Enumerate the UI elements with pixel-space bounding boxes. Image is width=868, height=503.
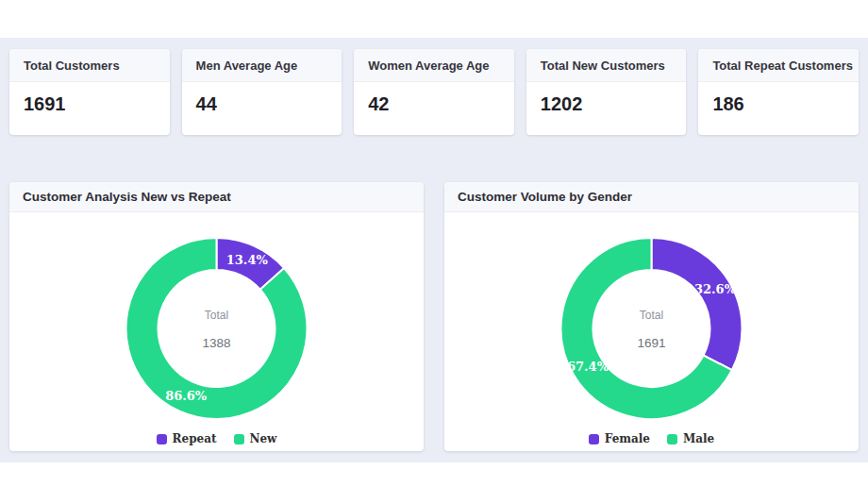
stat-card-label: Total Customers bbox=[9, 49, 170, 82]
donut-slice-female[interactable] bbox=[652, 238, 743, 370]
chart-legend: FemaleMale bbox=[444, 425, 859, 451]
legend-item-new[interactable]: New bbox=[234, 432, 277, 445]
top-whitespace bbox=[0, 0, 868, 38]
stat-card-value: 44 bbox=[182, 82, 342, 126]
legend-label: New bbox=[250, 432, 277, 445]
stat-card-label: Total New Customers bbox=[526, 49, 687, 82]
donut-center-label: Total bbox=[640, 309, 663, 322]
stat-card-total-customers: Total Customers 1691 bbox=[9, 49, 170, 135]
chart-legend: RepeatNew bbox=[9, 425, 424, 451]
slice-percent-label: 67.4% bbox=[567, 360, 609, 374]
stat-card-value: 186 bbox=[698, 82, 859, 126]
legend-swatch-icon bbox=[667, 434, 677, 444]
stat-card-row: Total Customers 1691 Men Average Age 44 … bbox=[9, 49, 859, 135]
stat-card-total-new-customers: Total New Customers 1202 bbox=[526, 49, 687, 135]
legend-label: Female bbox=[605, 432, 650, 445]
chart-row: Customer Analysis New vs Repeat 13.4%86.… bbox=[9, 182, 859, 451]
stat-card-total-repeat-customers: Total Repeat Customers 186 bbox=[698, 49, 859, 135]
dashboard: Total Customers 1691 Men Average Age 44 … bbox=[0, 38, 868, 462]
chart-area: 32.6%67.4%Total1691 FemaleMale bbox=[444, 212, 859, 451]
stat-card-men-average-age: Men Average Age 44 bbox=[182, 49, 342, 135]
donut-chart-new-vs-repeat: 13.4%86.6%Total1388 bbox=[9, 212, 424, 425]
legend-label: Male bbox=[683, 432, 714, 445]
stat-card-label: Women Average Age bbox=[354, 49, 514, 82]
slice-percent-label: 13.4% bbox=[226, 253, 269, 267]
stat-card-women-average-age: Women Average Age 42 bbox=[354, 49, 514, 135]
donut-chart-volume-by-gender: 32.6%67.4%Total1691 bbox=[444, 212, 859, 425]
donut-center-value: 1388 bbox=[202, 336, 230, 350]
legend-swatch-icon bbox=[157, 434, 167, 444]
chart-title: Customer Volume by Gender bbox=[444, 182, 859, 212]
slice-percent-label: 86.6% bbox=[165, 389, 208, 403]
stat-card-value: 42 bbox=[354, 82, 514, 126]
legend-label: Repeat bbox=[173, 432, 217, 445]
chart-title: Customer Analysis New vs Repeat bbox=[9, 182, 424, 212]
donut-center-label: Total bbox=[205, 309, 228, 322]
slice-percent-label: 32.6% bbox=[694, 282, 737, 296]
legend-item-repeat[interactable]: Repeat bbox=[157, 432, 217, 445]
legend-item-female[interactable]: Female bbox=[589, 432, 650, 445]
chart-card-volume-by-gender: Customer Volume by Gender 32.6%67.4%Tota… bbox=[444, 182, 859, 451]
stat-card-value: 1202 bbox=[526, 82, 687, 126]
legend-swatch-icon bbox=[589, 434, 599, 444]
donut-center-value: 1691 bbox=[637, 336, 665, 350]
stat-card-label: Men Average Age bbox=[182, 49, 342, 82]
chart-area: 13.4%86.6%Total1388 RepeatNew bbox=[9, 212, 424, 451]
chart-card-new-vs-repeat: Customer Analysis New vs Repeat 13.4%86.… bbox=[9, 182, 424, 451]
stat-card-value: 1691 bbox=[9, 82, 170, 126]
stat-card-label: Total Repeat Customers bbox=[698, 49, 859, 82]
legend-swatch-icon bbox=[234, 434, 244, 444]
legend-item-male[interactable]: Male bbox=[667, 432, 714, 445]
